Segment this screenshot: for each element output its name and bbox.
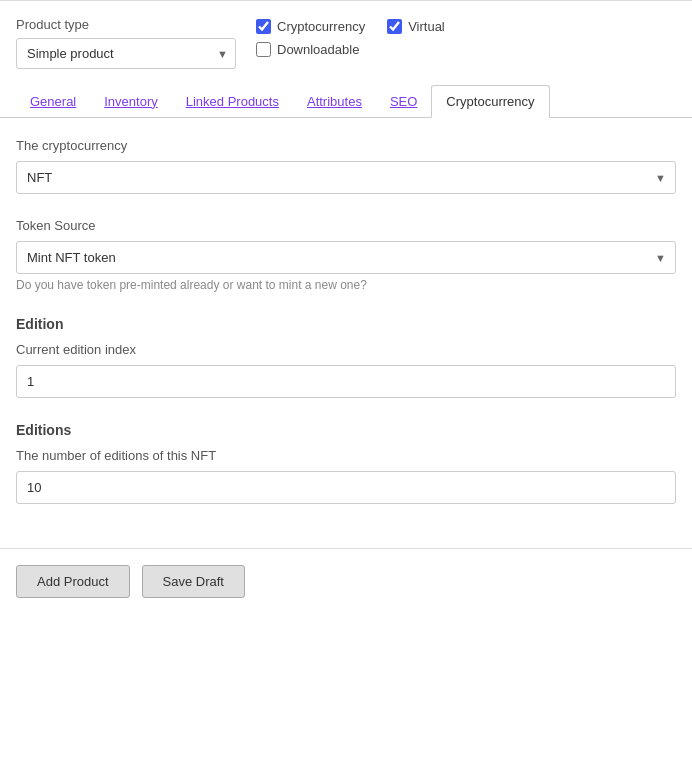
tab-linked-products[interactable]: Linked Products bbox=[172, 85, 293, 117]
crypto-field-block: The cryptocurrency NFT ▼ bbox=[16, 138, 676, 194]
edition-index-input[interactable] bbox=[16, 365, 676, 398]
product-type-label: Product type bbox=[16, 17, 236, 32]
cryptocurrency-tab-content: The cryptocurrency NFT ▼ Token Source Mi… bbox=[0, 118, 692, 548]
cryptocurrency-checkbox[interactable] bbox=[256, 19, 271, 34]
tab-seo[interactable]: SEO bbox=[376, 85, 431, 117]
add-product-button[interactable]: Add Product bbox=[16, 565, 130, 598]
save-draft-button[interactable]: Save Draft bbox=[142, 565, 245, 598]
crypto-select[interactable]: NFT bbox=[16, 161, 676, 194]
tabs-section: General Inventory Linked Products Attrib… bbox=[0, 85, 692, 118]
edition-index-label: Current edition index bbox=[16, 342, 676, 357]
cryptocurrency-checkbox-row: Cryptocurrency Virtual bbox=[256, 19, 445, 34]
tab-inventory[interactable]: Inventory bbox=[90, 85, 171, 117]
token-source-select-wrapper: Mint NFT token ▼ bbox=[16, 241, 676, 274]
checkboxes-section: Cryptocurrency Virtual Downloadable bbox=[256, 17, 445, 57]
token-source-hint: Do you have token pre-minted already or … bbox=[16, 278, 676, 292]
product-type-left: Product type Simple product ▼ bbox=[16, 17, 236, 69]
token-source-label: Token Source bbox=[16, 218, 676, 233]
tab-attributes[interactable]: Attributes bbox=[293, 85, 376, 117]
token-source-field-block: Token Source Mint NFT token ▼ Do you hav… bbox=[16, 218, 676, 292]
tab-general[interactable]: General bbox=[16, 85, 90, 117]
token-source-select[interactable]: Mint NFT token bbox=[16, 241, 676, 274]
product-type-section: Product type Simple product ▼ Cryptocurr… bbox=[0, 1, 692, 69]
downloadable-checkbox[interactable] bbox=[256, 42, 271, 57]
editions-section-title: Editions bbox=[16, 422, 676, 438]
virtual-checkbox[interactable] bbox=[387, 19, 402, 34]
virtual-checkbox-label[interactable]: Virtual bbox=[408, 19, 445, 34]
cryptocurrency-checkbox-label[interactable]: Cryptocurrency bbox=[277, 19, 365, 34]
editions-section: Editions The number of editions of this … bbox=[16, 422, 676, 504]
crypto-select-wrapper: NFT ▼ bbox=[16, 161, 676, 194]
product-type-select-wrapper: Simple product ▼ bbox=[16, 38, 236, 69]
edition-section-title: Edition bbox=[16, 316, 676, 332]
tab-cryptocurrency[interactable]: Cryptocurrency bbox=[431, 85, 549, 118]
crypto-field-label: The cryptocurrency bbox=[16, 138, 676, 153]
downloadable-checkbox-row: Downloadable bbox=[256, 42, 445, 57]
downloadable-checkbox-label[interactable]: Downloadable bbox=[277, 42, 359, 57]
editions-count-input[interactable] bbox=[16, 471, 676, 504]
editions-count-label: The number of editions of this NFT bbox=[16, 448, 676, 463]
edition-section: Edition Current edition index bbox=[16, 316, 676, 398]
product-type-select[interactable]: Simple product bbox=[16, 38, 236, 69]
footer-buttons: Add Product Save Draft bbox=[0, 548, 692, 614]
